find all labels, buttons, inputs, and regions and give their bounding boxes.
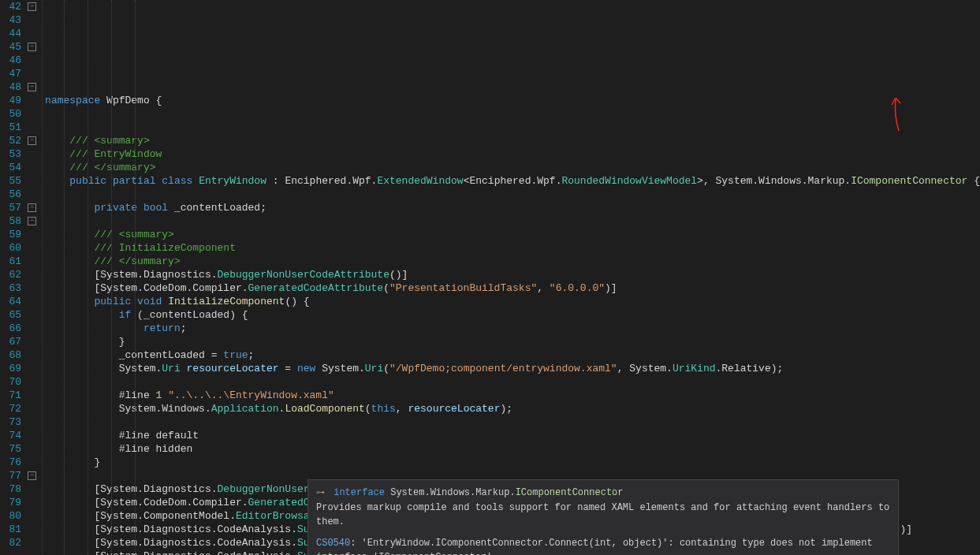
line-number: 58 <box>0 214 21 228</box>
line-number: 45 <box>0 40 21 54</box>
line-number: 51 <box>0 121 21 134</box>
line-number-gutter: 4243444546474849505152535455565758596061… <box>0 0 26 555</box>
line-number: 53 <box>0 147 21 161</box>
line-number: 49 <box>0 94 21 107</box>
line-number: 46 <box>0 54 21 67</box>
line-number: 71 <box>0 389 21 402</box>
code-line[interactable]: private bool _contentLoaded; <box>45 201 980 214</box>
code-line[interactable]: #line 1 "..\..\..\EntryWindow.xaml" <box>45 389 980 402</box>
code-line[interactable]: _contentLoaded = true; <box>45 348 980 362</box>
line-number: 73 <box>0 415 21 429</box>
fold-toggle[interactable] <box>28 2 36 11</box>
code-line[interactable]: System.Uri resourceLocater = new System.… <box>45 362 980 375</box>
code-area[interactable]: namespace WpfDemo { /// <summary> /// En… <box>39 0 980 555</box>
line-number: 48 <box>0 80 21 94</box>
code-line[interactable]: /// </summary> <box>45 255 980 268</box>
line-number: 68 <box>0 348 21 362</box>
code-line[interactable]: public partial class EntryWindow : Encip… <box>45 174 980 188</box>
line-number: 82 <box>0 536 21 549</box>
tooltip-signature: ⊶ interface System.Windows.Markup.ICompo… <box>316 486 890 500</box>
line-number: 59 <box>0 228 21 241</box>
line-number: 62 <box>0 268 21 281</box>
code-line[interactable] <box>45 375 980 389</box>
line-number: 72 <box>0 402 21 415</box>
fold-toggle[interactable] <box>28 43 36 51</box>
tooltip-description: Provides markup compile and tools suppor… <box>316 501 890 529</box>
line-number: 67 <box>0 335 21 348</box>
tooltip-error: CS0540: 'EntryWindow.IComponentConnector… <box>316 537 890 555</box>
line-number: 43 <box>0 13 21 27</box>
intellisense-tooltip: ⊶ interface System.Windows.Markup.ICompo… <box>307 479 899 555</box>
line-number: 66 <box>0 322 21 335</box>
code-line[interactable]: return; <box>45 322 980 335</box>
line-number: 63 <box>0 281 21 295</box>
code-line[interactable]: } <box>45 456 980 469</box>
code-line[interactable]: /// EntryWindow <box>45 147 980 161</box>
line-number: 64 <box>0 295 21 308</box>
line-number: 60 <box>0 241 21 255</box>
code-line[interactable]: [System.Diagnostics.DebuggerNonUserCodeA… <box>45 268 980 281</box>
code-line[interactable]: #line hidden <box>45 442 980 456</box>
code-line[interactable]: /// <summary> <box>45 134 980 147</box>
fold-toggle[interactable] <box>28 136 36 145</box>
line-number: 76 <box>0 456 21 469</box>
line-number: 57 <box>0 201 21 214</box>
line-number: 55 <box>0 174 21 188</box>
fold-toggle[interactable] <box>28 83 36 91</box>
line-number: 79 <box>0 496 21 509</box>
code-line[interactable]: /// </summary> <box>45 161 980 174</box>
line-number: 69 <box>0 362 21 375</box>
line-number: 81 <box>0 523 21 536</box>
line-number: 50 <box>0 107 21 121</box>
code-line[interactable]: namespace WpfDemo { <box>45 94 980 107</box>
code-line[interactable] <box>45 415 980 429</box>
fold-toggle[interactable] <box>28 203 36 212</box>
code-line[interactable]: } <box>45 335 980 348</box>
code-line[interactable] <box>45 107 980 121</box>
line-number: 47 <box>0 67 21 80</box>
chain-icon: ⊶ <box>316 488 325 497</box>
line-number: 61 <box>0 255 21 268</box>
line-number: 42 <box>0 0 21 13</box>
code-line[interactable]: #line default <box>45 429 980 442</box>
line-number: 44 <box>0 27 21 40</box>
code-line[interactable]: if (_contentLoaded) { <box>45 308 980 322</box>
fold-column[interactable] <box>26 0 39 555</box>
code-line[interactable]: public void InitializeComponent() { <box>45 295 980 308</box>
code-line[interactable] <box>45 188 980 201</box>
line-number: 77 <box>0 469 21 482</box>
code-line[interactable]: /// <summary> <box>45 228 980 241</box>
line-number: 65 <box>0 308 21 322</box>
code-line[interactable] <box>45 121 980 134</box>
line-number: 74 <box>0 429 21 442</box>
fold-toggle[interactable] <box>28 471 36 480</box>
code-editor[interactable]: 4243444546474849505152535455565758596061… <box>0 0 980 555</box>
line-number: 52 <box>0 134 21 147</box>
code-line[interactable] <box>45 214 980 228</box>
code-line[interactable]: [System.CodeDom.Compiler.GeneratedCodeAt… <box>45 281 980 295</box>
line-number: 70 <box>0 375 21 389</box>
code-line[interactable]: System.Windows.Application.LoadComponent… <box>45 402 980 415</box>
line-number: 75 <box>0 442 21 456</box>
code-line[interactable]: /// InitializeComponent <box>45 241 980 255</box>
fold-toggle[interactable] <box>28 217 36 225</box>
line-number: 56 <box>0 188 21 201</box>
line-number: 78 <box>0 482 21 496</box>
line-number: 54 <box>0 161 21 174</box>
line-number: 80 <box>0 509 21 523</box>
